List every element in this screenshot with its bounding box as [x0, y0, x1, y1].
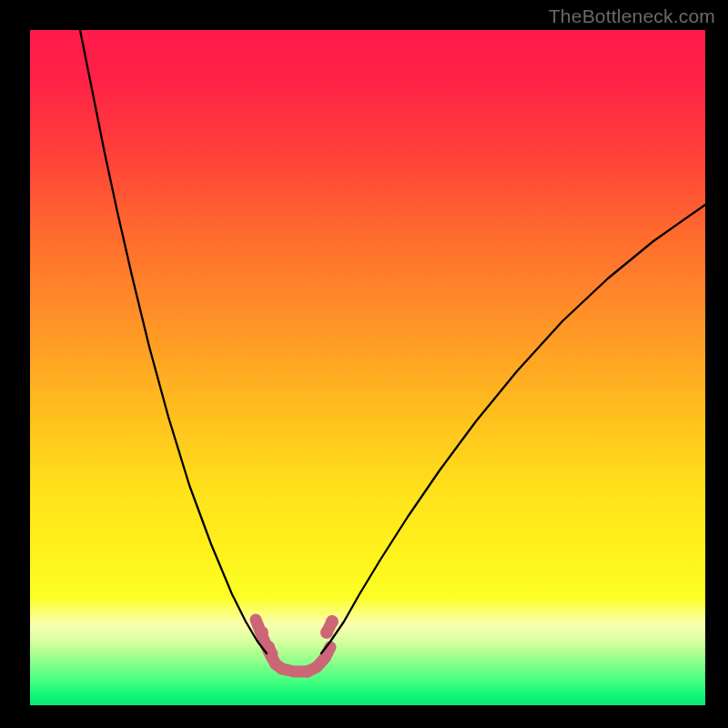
plot-area — [30, 30, 705, 705]
svg-rect-0 — [30, 30, 705, 705]
frame: TheBottleneck.com — [0, 0, 728, 728]
background-gradient — [30, 30, 705, 705]
watermark-text: TheBottleneck.com — [549, 5, 715, 27]
